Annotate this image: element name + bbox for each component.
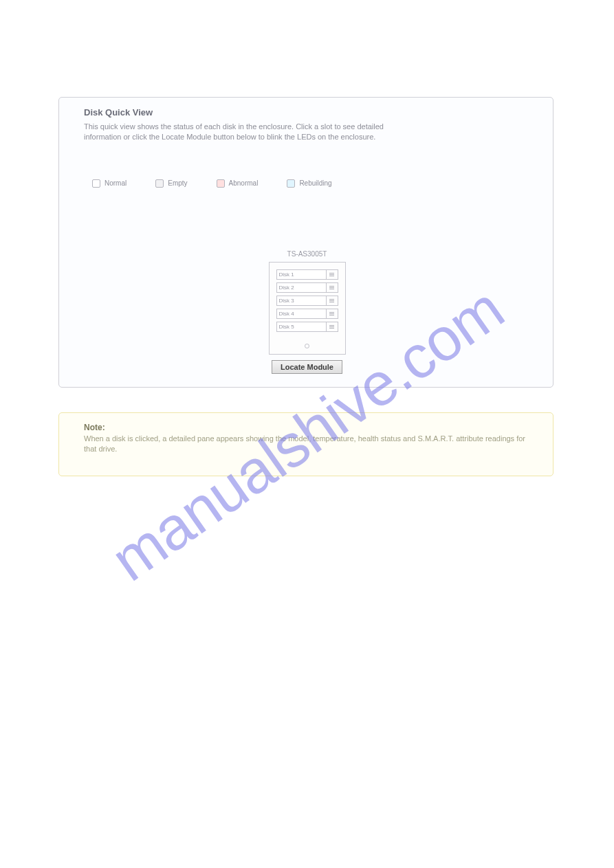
legend-normal-label: Normal bbox=[105, 179, 127, 187]
swatch-abnormal bbox=[217, 179, 225, 188]
disk-bay[interactable]: Disk 3 bbox=[276, 296, 338, 306]
swatch-rebuilding bbox=[287, 179, 295, 188]
bay-lines-icon bbox=[327, 296, 338, 306]
locate-module-button[interactable]: Locate Module bbox=[272, 360, 342, 374]
panel-title: Disk Quick View bbox=[84, 107, 528, 118]
disk-bay[interactable]: Disk 2 bbox=[276, 282, 338, 293]
bay-lines-icon bbox=[327, 269, 338, 280]
disk-bay[interactable]: Disk 4 bbox=[276, 309, 338, 319]
legend-normal: Normal bbox=[92, 179, 127, 188]
disk-bay-label: Disk 1 bbox=[276, 269, 327, 280]
panel-subtitle-line1: This quick view shows the status of each… bbox=[84, 122, 384, 131]
disk-bay-label: Disk 2 bbox=[276, 282, 327, 293]
device-area: TS-AS3005T Disk 1 Disk 2 Disk 3 Disk 4 D… bbox=[268, 250, 347, 374]
legend-empty: Empty bbox=[155, 179, 187, 188]
disk-bay-label: Disk 4 bbox=[276, 309, 327, 319]
legend-rebuilding: Rebuilding bbox=[287, 179, 331, 188]
panel-subtitle: This quick view shows the status of each… bbox=[84, 122, 528, 142]
disk-bay[interactable]: Disk 1 bbox=[276, 269, 338, 280]
disk-bay-label: Disk 3 bbox=[276, 296, 327, 306]
bay-lines-icon bbox=[327, 282, 338, 293]
device-foot bbox=[276, 339, 338, 351]
panel-subtitle-line2: information or click the Locate Module b… bbox=[84, 133, 375, 141]
device-shell: Disk 1 Disk 2 Disk 3 Disk 4 Disk 5 bbox=[269, 262, 346, 355]
disk-bay-label: Disk 5 bbox=[276, 322, 327, 332]
legend-abnormal-label: Abnormal bbox=[229, 179, 259, 187]
bay-lines-icon bbox=[327, 309, 338, 319]
note-text: When a disk is clicked, a detailed pane … bbox=[84, 434, 528, 455]
swatch-empty bbox=[155, 179, 164, 188]
device-caption: TS-AS3005T bbox=[287, 250, 327, 258]
bay-lines-icon bbox=[327, 322, 338, 332]
legend-abnormal: Abnormal bbox=[217, 179, 259, 188]
swatch-normal bbox=[92, 179, 100, 188]
legend-rebuilding-label: Rebuilding bbox=[299, 179, 331, 187]
disk-bay[interactable]: Disk 5 bbox=[276, 322, 338, 332]
legend-empty-label: Empty bbox=[168, 179, 187, 187]
note-panel: Note: When a disk is clicked, a detailed… bbox=[58, 412, 553, 476]
power-led-icon bbox=[305, 344, 309, 348]
status-legend: Normal Empty Abnormal Rebuilding bbox=[92, 179, 528, 188]
note-title: Note: bbox=[84, 423, 528, 432]
